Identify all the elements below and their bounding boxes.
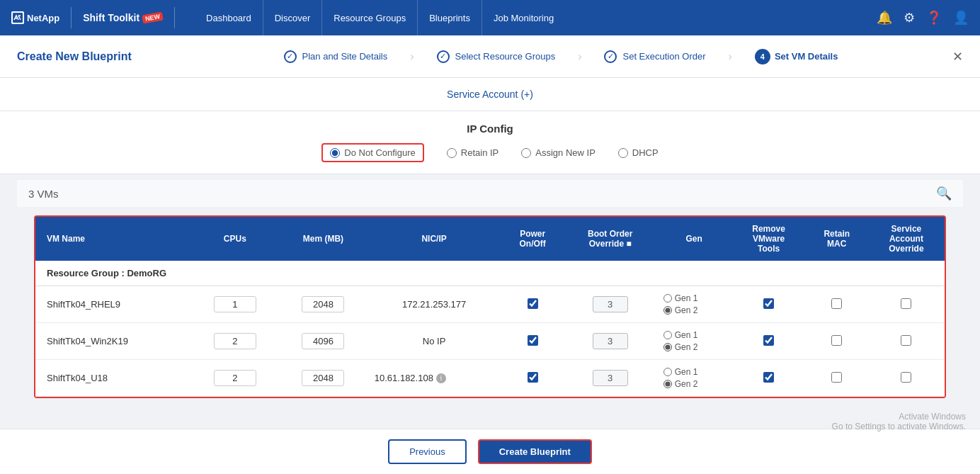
vm-gen-1[interactable]: Gen 1 Gen 2 [656, 323, 732, 360]
retain-mac-checkbox-0[interactable] [831, 298, 842, 309]
vm-boot-2[interactable] [564, 360, 656, 397]
retain-mac-checkbox-1[interactable] [831, 335, 842, 346]
ip-radio-assign-new-ip[interactable] [521, 148, 531, 158]
vm-gen-0[interactable]: Gen 1 Gen 2 [656, 286, 732, 323]
previous-button[interactable]: Previous [388, 439, 467, 464]
vm-cpus-1[interactable] [191, 323, 280, 360]
retain-mac-checkbox-2[interactable] [831, 372, 842, 383]
ip-option-do-not-configure[interactable]: Do Not Configure [321, 143, 423, 162]
cpu-input-1[interactable] [214, 333, 256, 349]
vm-cpus-2[interactable] [191, 360, 280, 397]
th-nic-ip: NIC/IP [368, 217, 501, 261]
gen-options-1: Gen 1 Gen 2 [663, 330, 725, 352]
gen1-radio-1[interactable] [663, 331, 672, 339]
service-override-checkbox-0[interactable] [901, 298, 911, 309]
vm-service-override-0[interactable] [868, 286, 945, 323]
gen2-option-1[interactable]: Gen 2 [663, 342, 698, 352]
ip-label-dhcp: DHCP [632, 147, 659, 158]
mem-input-1[interactable] [302, 333, 344, 349]
vm-retain-mac-1[interactable] [806, 323, 868, 360]
power-checkbox-1[interactable] [528, 335, 538, 346]
settings-icon[interactable]: ⚙ [904, 10, 915, 26]
gen2-radio-2[interactable] [663, 380, 672, 388]
vm-nic-0: 172.21.253.177 [368, 286, 501, 323]
vm-mem-2[interactable] [279, 360, 368, 397]
vm-power-0[interactable] [501, 286, 564, 323]
power-checkbox-2[interactable] [528, 372, 538, 383]
ip-option-retain-ip[interactable]: Retain IP [447, 147, 498, 158]
ip-option-assign-new-ip[interactable]: Assign New IP [521, 147, 596, 158]
vm-remove-vmware-1[interactable] [732, 323, 806, 360]
vm-mem-0[interactable] [279, 286, 368, 323]
gen1-option-1[interactable]: Gen 1 [663, 330, 698, 340]
main-content: Service Account (+) IP Config Do Not Con… [0, 78, 980, 398]
brand-area: NetApp Shift Toolkit NEW [11, 7, 181, 28]
notification-icon[interactable]: 🔔 [877, 10, 892, 26]
service-account-link[interactable]: Service Account (+) [447, 89, 533, 100]
vm-name-2: ShiftTk04_U18 [35, 360, 191, 397]
service-account-bar: Service Account (+) [0, 78, 980, 111]
user-icon[interactable]: 👤 [953, 10, 969, 26]
vm-retain-mac-0[interactable] [806, 286, 868, 323]
footer-bar: Previous Create Blueprint [0, 429, 980, 474]
nav-dashboard[interactable]: Dashboard [195, 0, 263, 35]
wizard-step-4[interactable]: 4 Set VM Details [755, 49, 838, 64]
gen2-option-2[interactable]: Gen 2 [663, 379, 698, 389]
mem-input-0[interactable] [302, 296, 344, 312]
wizard-step-2[interactable]: ✓ Select Resource Groups [437, 50, 556, 63]
ip-radio-dhcp[interactable] [618, 148, 628, 158]
wizard-step-3[interactable]: ✓ Set Execution Order [604, 50, 705, 63]
boot-input-2[interactable] [593, 370, 628, 386]
cpu-input-2[interactable] [214, 370, 256, 386]
th-cpus: CPUs [191, 217, 280, 261]
vm-power-2[interactable] [501, 360, 564, 397]
vm-boot-1[interactable] [564, 323, 656, 360]
gen2-radio-1[interactable] [663, 343, 672, 351]
service-override-checkbox-2[interactable] [901, 372, 911, 383]
vm-retain-mac-2[interactable] [806, 360, 868, 397]
vm-service-override-2[interactable] [868, 360, 945, 397]
ip-radio-retain-ip[interactable] [447, 148, 457, 158]
cpu-input-0[interactable] [214, 296, 256, 312]
vm-search-icon[interactable]: 🔍 [936, 186, 952, 201]
nav-discover[interactable]: Discover [263, 0, 323, 35]
vm-service-override-1[interactable] [868, 323, 945, 360]
vm-mem-1[interactable] [279, 323, 368, 360]
mem-input-2[interactable] [302, 370, 344, 386]
vm-boot-0[interactable] [564, 286, 656, 323]
shift-toolkit-label: Shift Toolkit NEW [83, 12, 163, 23]
gen1-radio-2[interactable] [663, 368, 672, 376]
create-blueprint-button[interactable]: Create Blueprint [478, 439, 592, 464]
nav-resource-groups[interactable]: Resource Groups [322, 0, 418, 35]
nav-job-monitoring[interactable]: Job Monitoring [482, 0, 565, 35]
activate-windows-watermark: Activate Windows Go to Settings to activ… [832, 412, 966, 431]
vm-count-row: 3 VMs 🔍 [17, 180, 963, 207]
gen1-option-2[interactable]: Gen 1 [663, 367, 698, 377]
nic-info-icon-2[interactable]: i [436, 373, 446, 383]
vm-cpus-0[interactable] [191, 286, 280, 323]
vm-remove-vmware-2[interactable] [732, 360, 806, 397]
gen2-option-0[interactable]: Gen 2 [663, 305, 698, 315]
gen2-radio-0[interactable] [663, 306, 672, 315]
service-override-checkbox-1[interactable] [901, 335, 911, 346]
boot-input-0[interactable] [593, 296, 628, 312]
vm-name-0: ShiftTk04_RHEL9 [35, 286, 191, 323]
boot-input-1[interactable] [593, 333, 628, 349]
power-checkbox-0[interactable] [528, 298, 538, 309]
vm-power-1[interactable] [501, 323, 564, 360]
vm-remove-vmware-0[interactable] [732, 286, 806, 323]
remove-vmware-checkbox-1[interactable] [763, 335, 774, 346]
gen1-radio-0[interactable] [663, 294, 672, 303]
help-icon[interactable]: ❓ [926, 10, 942, 26]
remove-vmware-checkbox-0[interactable] [763, 298, 774, 309]
vm-gen-2[interactable]: Gen 1 Gen 2 [656, 360, 732, 397]
gen1-option-0[interactable]: Gen 1 [663, 293, 698, 303]
wizard-step-1[interactable]: ✓ Plan and Site Details [284, 50, 388, 63]
top-navigation: NetApp Shift Toolkit NEW Dashboard Disco… [0, 0, 980, 35]
remove-vmware-checkbox-2[interactable] [763, 372, 774, 383]
ip-option-dhcp[interactable]: DHCP [618, 147, 659, 158]
ip-radio-do-not-configure[interactable] [330, 148, 340, 158]
wizard-close-button[interactable]: ✕ [952, 49, 963, 64]
resource-group-header: Resource Group : DemoRG [35, 261, 945, 286]
nav-blueprints[interactable]: Blueprints [418, 0, 482, 35]
